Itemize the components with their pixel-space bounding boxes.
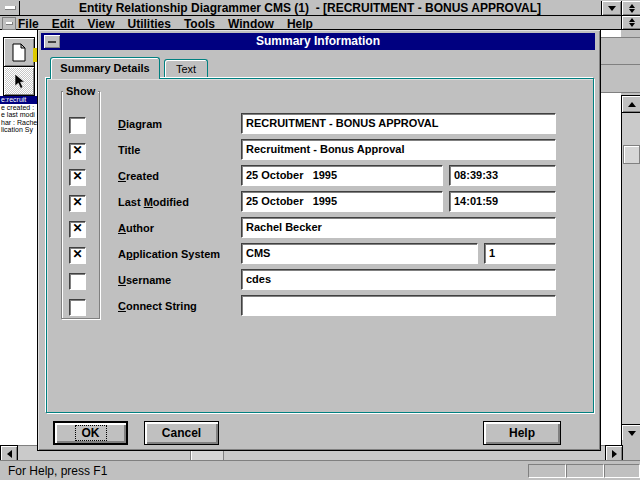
status-panel-3 (604, 464, 640, 478)
username-label: Username (118, 273, 171, 288)
new-diagram-button[interactable] (3, 37, 35, 67)
scrollbar-corner (621, 440, 640, 460)
tab-text[interactable]: Text (164, 59, 208, 79)
menu-utilities[interactable]: Utilities (128, 16, 171, 30)
control-menu-icon (5, 6, 16, 10)
app-title-bar: Entity Relationship Diagrammer CMS (1) -… (0, 1, 640, 16)
check-icon: ✕ (72, 247, 82, 261)
app-title: Entity Relationship Diagrammer CMS (1) -… (20, 1, 600, 15)
scroll-down-icon (628, 431, 636, 436)
menu-view[interactable]: View (87, 16, 114, 30)
diagram-checkbox[interactable] (69, 117, 86, 134)
menu-tools[interactable]: Tools (184, 16, 215, 30)
scroll-left-icon (7, 450, 12, 458)
author-field[interactable]: Rachel Becker (241, 217, 556, 238)
child-restore-button[interactable] (621, 16, 640, 29)
restore-button[interactable] (621, 1, 640, 15)
created-label: Created (118, 169, 159, 184)
child-control-menu-button[interactable] (2, 17, 16, 30)
pointer-tool-button[interactable] (3, 66, 35, 96)
summary-information-dialog: Summary Information Summary Details Text… (37, 29, 601, 451)
application-window: Entity Relationship Diagrammer CMS (1) -… (0, 0, 640, 480)
status-bar: For Help, press F1 (0, 460, 640, 480)
check-icon: ✕ (72, 221, 82, 235)
scroll-right-icon (612, 450, 617, 458)
last-modified-time-field[interactable]: 14:01:59 (449, 191, 556, 212)
title-field[interactable]: Recruitment - Bonus Approval (241, 139, 556, 160)
application-system-label: Application System (118, 247, 220, 262)
menu-edit[interactable]: Edit (52, 16, 75, 30)
last-modified-label: Last Modified (118, 195, 189, 210)
dialog-title-bar[interactable]: Summary Information (41, 33, 595, 50)
divider (601, 64, 640, 65)
status-message: For Help, press F1 (8, 463, 107, 479)
title-label: Title (118, 143, 140, 158)
status-panel-2 (566, 464, 604, 478)
status-panel-1 (528, 464, 566, 478)
scroll-up-button[interactable] (621, 95, 640, 113)
created-time-field[interactable]: 08:39:33 (449, 165, 556, 186)
last-modified-date-field[interactable]: 25 October 1995 (241, 191, 443, 212)
application-system-checkbox[interactable]: ✕ (69, 247, 86, 264)
child-restore-icon (629, 18, 635, 22)
minimize-icon (608, 6, 616, 11)
dialog-title: Summary Information (41, 33, 595, 50)
connect-string-label: Connect String (118, 299, 197, 314)
show-group-label: Show (63, 85, 98, 97)
connect-string-field[interactable] (241, 295, 556, 316)
new-document-icon (11, 43, 27, 62)
menu-window[interactable]: Window (228, 16, 274, 30)
username-field[interactable]: cdes (241, 269, 556, 290)
check-icon: ✕ (72, 169, 82, 183)
child-control-menu-icon (6, 22, 13, 25)
vertical-scrollbar-thumb[interactable] (623, 145, 640, 164)
connect-string-checkbox[interactable] (69, 299, 86, 316)
application-system-version-field[interactable]: 1 (484, 243, 556, 264)
title-checkbox[interactable]: ✕ (69, 143, 86, 160)
right-panel-fragment (601, 37, 640, 93)
ok-button[interactable]: OK (53, 421, 128, 445)
last-modified-checkbox[interactable]: ✕ (69, 195, 86, 212)
check-icon: ✕ (72, 143, 82, 157)
minimize-button[interactable] (601, 1, 621, 15)
application-system-field[interactable]: CMS (241, 243, 478, 264)
created-date-field[interactable]: 25 October 1995 (241, 165, 443, 186)
menu-help[interactable]: Help (287, 16, 313, 30)
diagram-label: Diagram (118, 117, 162, 132)
created-checkbox[interactable]: ✕ (69, 169, 86, 186)
menu-bar: File Edit View Utilities Tools Window He… (0, 16, 640, 30)
menu-file[interactable]: File (18, 16, 39, 30)
scroll-up-icon (628, 102, 636, 107)
help-button[interactable]: Help (483, 421, 561, 445)
check-icon: ✕ (72, 195, 82, 209)
username-checkbox[interactable] (69, 273, 86, 290)
diagram-field[interactable]: RECRUITMENT - BONUS APPROVAL (241, 113, 556, 134)
restore-icon (629, 4, 635, 8)
author-checkbox[interactable]: ✕ (69, 221, 86, 238)
arrow-cursor-icon (12, 73, 26, 90)
author-label: Author (118, 221, 154, 236)
control-menu-button[interactable] (2, 1, 20, 15)
tab-summary-details[interactable]: Summary Details (50, 57, 160, 79)
cancel-button[interactable]: Cancel (144, 421, 219, 445)
